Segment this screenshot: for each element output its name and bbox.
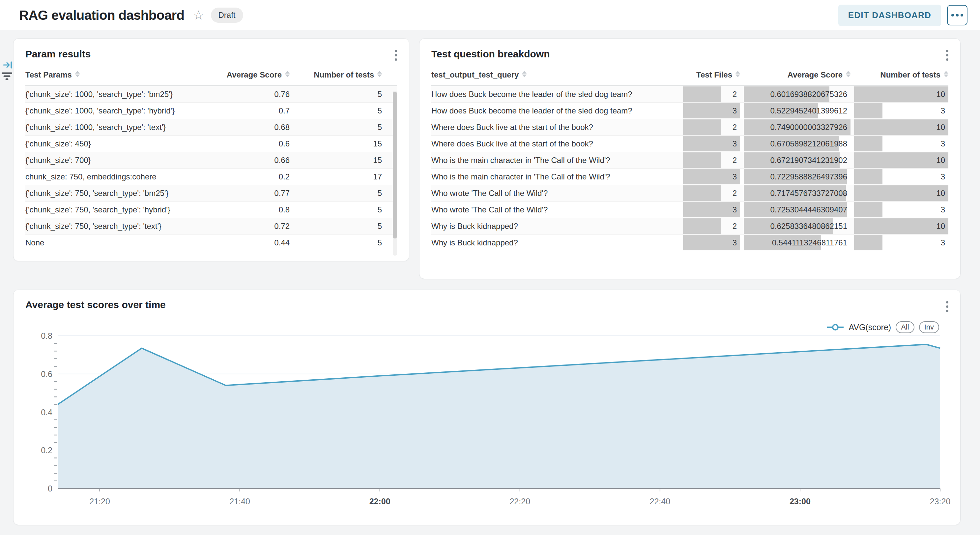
sort-icon [735, 71, 740, 77]
table-row[interactable]: How does Buck become the leader of the s… [431, 86, 948, 102]
table-cell: 0.68 [220, 123, 290, 132]
collapse-sidebar-icon[interactable] [3, 60, 13, 71]
query-cell: Where does Buck live at the start of the… [431, 119, 679, 135]
sort-header-average-score[interactable]: Average Score [220, 70, 290, 80]
table-row[interactable]: {'chunk_size': 750, 'search_type': 'bm25… [25, 185, 397, 201]
query-cell: Why is Buck kidnapped? [431, 218, 679, 234]
svg-text:22:20: 22:20 [509, 497, 530, 506]
table-cell: chunk_size: 750, embeddings:cohere [25, 172, 220, 181]
table-cell: {'chunk_size': 700} [25, 156, 220, 165]
param-results-table-header: Test Params Average Score Number of test… [25, 70, 397, 86]
table-cell: 17 [290, 172, 382, 181]
sort-header-number-of-tests[interactable]: Number of tests [854, 70, 948, 80]
value-cell: 2 [683, 185, 740, 201]
value-cell: 0.7490000003327926 [744, 119, 851, 135]
value-cell: 2 [683, 119, 740, 135]
svg-text:22:40: 22:40 [650, 497, 671, 506]
table-cell: 5 [290, 106, 382, 115]
table-cell: 0.2 [220, 172, 290, 181]
sort-header-test-files[interactable]: Test Files [683, 70, 740, 80]
edit-dashboard-button[interactable]: EDIT DASHBOARD [838, 5, 941, 26]
table-scrollbar [393, 91, 397, 256]
table-row[interactable]: Who wrote 'The Call of the Wild'?20.7174… [431, 185, 948, 201]
value-cell: 10 [854, 86, 948, 102]
filter-icon[interactable] [2, 72, 12, 83]
table-cell: 0.77 [220, 188, 290, 198]
svg-text:22:00: 22:00 [369, 497, 390, 506]
table-row[interactable]: {'chunk_size': 750, 'search_type': 'text… [25, 218, 397, 235]
sort-icon [285, 71, 290, 77]
value-cell: 3 [683, 102, 740, 119]
question-breakdown-table: test_output_test_query Test Files Averag… [431, 70, 948, 251]
table-cell: 0.7 [220, 106, 290, 115]
svg-text:0.6: 0.6 [41, 369, 52, 378]
table-row[interactable]: chunk_size: 750, embeddings:cohere0.217 [25, 169, 397, 185]
value-cell: 0.7253044446309407 [744, 201, 851, 218]
table-row[interactable]: Who is the main character in 'The Call o… [431, 152, 948, 169]
table-cell: 5 [290, 238, 382, 248]
table-cell: 5 [290, 205, 382, 214]
table-row[interactable]: {'chunk_size': 1000, 'search_type': 'hyb… [25, 102, 397, 119]
question-breakdown-title: Test question breakdown [431, 48, 948, 60]
sort-header-test-params[interactable]: Test Params [25, 70, 220, 80]
favorite-star-icon[interactable]: ☆ [193, 9, 204, 21]
value-cell: 0.5229452401399612 [744, 102, 851, 119]
sort-header-number-of-tests[interactable]: Number of tests [290, 70, 382, 80]
value-cell: 3 [683, 235, 740, 251]
value-cell: 2 [683, 152, 740, 168]
table-row[interactable]: {'chunk_size': 1000, 'search_type': 'bm2… [25, 86, 397, 102]
table-row[interactable]: How does Buck become the leader of the s… [431, 102, 948, 119]
table-row[interactable]: {'chunk_size': 700}0.6615 [25, 152, 397, 169]
table-cell: 0.66 [220, 156, 290, 165]
svg-text:0.4: 0.4 [41, 408, 52, 417]
table-row[interactable]: {'chunk_size': 450}0.615 [25, 136, 397, 152]
value-cell: 10 [854, 119, 948, 135]
table-cell: 0.72 [220, 222, 290, 231]
svg-text:23:00: 23:00 [789, 497, 811, 506]
table-row[interactable]: {'chunk_size': 750, 'search_type': 'hybr… [25, 201, 397, 218]
table-row[interactable]: Who is the main character in 'The Call o… [431, 169, 948, 185]
table-row[interactable]: Where does Buck live at the start of the… [431, 119, 948, 136]
param-results-table: Test Params Average Score Number of test… [25, 70, 397, 251]
svg-text:23:20: 23:20 [930, 497, 951, 506]
question-breakdown-menu-button[interactable] [945, 48, 950, 62]
table-row[interactable]: {'chunk_size': 1000, 'search_type': 'tex… [25, 119, 397, 136]
value-cell: 3 [854, 235, 948, 251]
param-results-menu-button[interactable] [393, 48, 398, 62]
table-row[interactable]: Who wrote 'The Call of the Wild'?30.7253… [431, 201, 948, 218]
value-cell: 2 [683, 86, 740, 102]
dashboard-more-button[interactable] [947, 5, 967, 26]
value-cell: 2 [683, 218, 740, 234]
table-cell: {'chunk_size': 750, 'search_type': 'text… [25, 222, 220, 231]
query-cell: Why is Buck kidnapped? [431, 235, 679, 251]
question-breakdown-card: Test question breakdown test_output_test… [419, 38, 961, 279]
table-cell: {'chunk_size': 450} [25, 139, 220, 149]
value-cell: 3 [854, 136, 948, 152]
table-cell: {'chunk_size': 1000, 'search_type': 'hyb… [25, 106, 220, 115]
scrollbar-thumb[interactable] [393, 92, 397, 238]
value-cell: 3 [683, 136, 740, 152]
value-cell: 10 [854, 152, 948, 168]
top-header: RAG evaluation dashboard ☆ Draft EDIT DA… [0, 0, 980, 30]
table-cell: 15 [290, 156, 382, 165]
query-cell: Who is the main character in 'The Call o… [431, 169, 679, 185]
scores-chart-plot[interactable]: 00.20.40.60.821:2021:4022:0022:2022:4023… [14, 290, 961, 525]
table-row[interactable]: Why is Buck kidnapped?20.625833648086215… [431, 218, 948, 235]
question-breakdown-table-header: test_output_test_query Test Files Averag… [431, 70, 948, 86]
sort-header-test-query[interactable]: test_output_test_query [431, 70, 679, 80]
svg-text:0: 0 [48, 484, 52, 493]
table-row[interactable]: None0.445 [25, 235, 397, 251]
svg-text:21:40: 21:40 [229, 497, 250, 506]
page-title: RAG evaluation dashboard [19, 8, 184, 23]
value-cell: 0.7229588826497396 [744, 169, 851, 185]
sort-header-average-score[interactable]: Average Score [744, 70, 851, 80]
table-cell: 0.76 [220, 90, 290, 99]
header-actions: EDIT DASHBOARD [838, 5, 967, 26]
value-cell: 10 [854, 218, 948, 234]
value-cell: 3 [854, 169, 948, 185]
table-row[interactable]: Where does Buck live at the start of the… [431, 136, 948, 152]
value-cell: 0.7174576733727008 [744, 185, 851, 201]
query-cell: Where does Buck live at the start of the… [431, 136, 679, 152]
value-cell: 0.6258336480862151 [744, 218, 851, 234]
table-row[interactable]: Why is Buck kidnapped?30.544111324681176… [431, 235, 948, 251]
